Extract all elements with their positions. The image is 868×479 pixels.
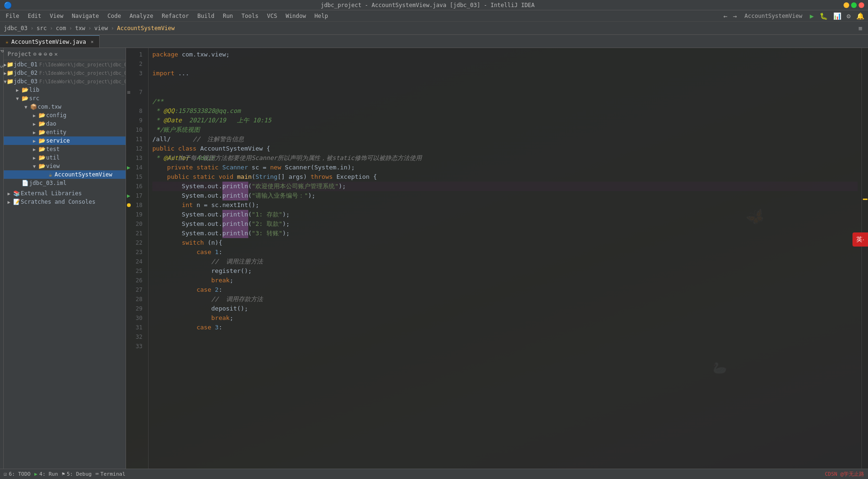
menu-window[interactable]: Window	[282, 12, 309, 20]
locate-icon[interactable]: ⊙	[33, 51, 37, 57]
tree-item-scratches[interactable]: ▶ 📝 Scratches and Consoles	[4, 198, 126, 206]
tree-item-config[interactable]: ▶ 📂 config	[4, 111, 126, 120]
tree-label-dao: dao	[46, 120, 56, 127]
code-line-11: * @Date 2021/10/19 上午 10:15	[152, 116, 858, 125]
tab-accountsystemview[interactable]: ☕ AccountSystemView.java ✕	[0, 35, 100, 48]
line-num-27: 27	[126, 285, 146, 295]
tree-item-comtxw[interactable]: ▼ 📦 com.txw	[4, 103, 126, 111]
back-button[interactable]: ←	[721, 11, 729, 21]
line-num-26: 26	[126, 276, 146, 285]
window-controls	[844, 2, 864, 8]
menu-vcs[interactable]: VCS	[263, 12, 281, 20]
tree-item-view[interactable]: ▼ 📂 view	[4, 162, 126, 170]
module-icon: 📁	[7, 78, 14, 85]
menu-code[interactable]: Code	[104, 12, 125, 20]
tree-item-jdbc03iml[interactable]: 📄 jdbc_03.iml	[4, 179, 126, 187]
line-num-8: 8	[126, 106, 146, 116]
editor-content: 1 2 3 7≡ 8 9 10 11 12 13 ▶14 15 16 ▶17 1…	[126, 48, 868, 469]
top-right-toolbar: ← → AccountSystemView ▶ 🐛 📊 ⚙ 🔔	[721, 11, 866, 21]
tree-item-dao[interactable]: ▶ 📂 dao	[4, 120, 126, 128]
breadcrumb-jdbc03[interactable]: jdbc_03	[4, 25, 28, 32]
notifications-button[interactable]: 🔔	[854, 11, 866, 21]
maximize-button[interactable]	[851, 2, 857, 8]
tree-path-jdbc02: F:\IdeaWork\jdbc_project\jdbc_02	[39, 71, 126, 76]
tree-item-entity[interactable]: ▶ 📂 entity	[4, 128, 126, 136]
tree-item-external-libs[interactable]: ▶ 📚 External Libraries	[4, 189, 126, 198]
settings-icon[interactable]: ⚙	[49, 51, 52, 57]
structure-icon[interactable]: ≡	[857, 24, 864, 33]
menu-file[interactable]: File	[2, 12, 23, 20]
menu-tools[interactable]: Tools	[238, 12, 262, 20]
code-line-20: int n = sc.nextInt();	[152, 200, 858, 210]
run-button[interactable]: ▶	[808, 11, 815, 21]
close-button[interactable]	[859, 2, 864, 8]
status-todo[interactable]: ☑ 6: TODO	[4, 471, 31, 477]
code-content[interactable]: package com.txw.view; import ... /** * 账…	[149, 48, 861, 469]
code-line-27: register();	[152, 266, 858, 276]
tree-label-comtxw: com.txw	[38, 104, 62, 110]
tree-item-service[interactable]: ▶ 📂 service	[4, 136, 126, 145]
menu-run[interactable]: Run	[219, 12, 237, 20]
status-run[interactable]: ▶ 4: Run	[34, 471, 58, 477]
coverage-button[interactable]: 📊	[831, 11, 843, 21]
tree-label-accountsystemview: AccountSystemView	[55, 171, 112, 178]
tree-item-lib[interactable]: ▶ 📂 lib	[4, 86, 126, 94]
menu-analyze[interactable]: Analyze	[126, 12, 157, 20]
tab-close-icon[interactable]: ✕	[91, 39, 94, 44]
window-title: jdbc_project - AccountSystemView.java [j…	[12, 2, 844, 8]
line-num-32: 32	[126, 332, 146, 342]
code-line-16: private static Scanner sc = new Scanner(…	[152, 163, 858, 172]
breadcrumb-accountsystemview[interactable]: AccountSystemView	[117, 25, 175, 32]
menu-refactor[interactable]: Refactor	[158, 12, 193, 20]
menu-view[interactable]: View	[46, 12, 67, 20]
breadcrumb-txw[interactable]: txw	[75, 25, 86, 32]
tree-item-src[interactable]: ▼ 📂 src	[4, 94, 126, 103]
collapse-all-icon[interactable]: ⊖	[44, 51, 47, 57]
main-layout: P S Project ⊙ ⊕ ⊖ ⚙ ✕ ▶ 📁 jdbc_01 F:\Ide…	[0, 48, 868, 469]
tree-item-accountsystemview[interactable]: ☕ AccountSystemView	[4, 170, 126, 179]
debug-button[interactable]: 🐛	[818, 11, 829, 21]
tree-item-test[interactable]: ▶ 📂 test	[4, 145, 126, 153]
close-sidebar-icon[interactable]: ✕	[55, 51, 58, 57]
breadcrumb-src[interactable]: src	[37, 25, 47, 32]
more-button[interactable]: ⚙	[845, 11, 852, 21]
tree-label-entity: entity	[46, 129, 66, 136]
status-debug[interactable]: ⚑ 5: Debug	[62, 471, 92, 477]
editor-area[interactable]: 🦋 🦢 1 2 3 7≡ 8 9 10 11 12 13 ▶14 15 16 ▶…	[126, 48, 868, 469]
expand-all-icon[interactable]: ⊕	[39, 51, 42, 57]
tree-label-jdbc03iml: jdbc_03.iml	[29, 180, 66, 186]
code-line-17: public static void main(String[] args) t…	[152, 172, 858, 182]
tree-label-service: service	[46, 137, 70, 144]
code-line-3: import ...	[152, 69, 858, 78]
line-num-13: 13	[126, 153, 146, 163]
tree-item-jdbc01[interactable]: ▶ 📁 jdbc_01 F:\IdeaWork\jdbc_project\jdb…	[4, 60, 126, 69]
breadcrumb-com[interactable]: com	[56, 25, 66, 32]
line-num-22: 22	[126, 238, 146, 247]
tree-label-jdbc02: jdbc_02	[14, 70, 38, 76]
tree-item-jdbc03[interactable]: ▼ 📁 jdbc_03 F:\IdeaWork\jdbc_project\jdb…	[4, 77, 126, 86]
tree-label-scratches: Scratches and Consoles	[21, 199, 95, 205]
line-num-12: 12	[126, 144, 146, 153]
tree-path-jdbc01: F:\IdeaWork\jdbc_project\jdbc_01	[39, 62, 126, 67]
line-num-4: 7≡	[126, 78, 146, 106]
status-terminal[interactable]: ⌨ Terminal	[95, 471, 126, 477]
menu-build[interactable]: Build	[194, 12, 218, 20]
code-line-12: */	[152, 125, 858, 135]
line-num-18: 18	[126, 200, 146, 210]
tree-item-jdbc02[interactable]: ▶ 📁 jdbc_02 F:\IdeaWork\jdbc_project\jdb…	[4, 69, 126, 77]
menu-navigate[interactable]: Navigate	[68, 12, 103, 20]
tab-label: AccountSystemView.java	[11, 39, 86, 45]
folder-icon: 📂	[38, 154, 46, 161]
lib-icon: 📚	[12, 190, 21, 197]
minimize-button[interactable]	[844, 2, 849, 8]
tree-label-jdbc03: jdbc_03	[14, 78, 38, 85]
line-num-31: 31	[126, 323, 146, 332]
translate-widget[interactable]: 英·	[852, 232, 868, 247]
menu-edit[interactable]: Edit	[24, 12, 45, 20]
line-num-20: 20	[126, 219, 146, 229]
tree-label-test: test	[46, 146, 60, 152]
tree-item-util[interactable]: ▶ 📂 util	[4, 153, 126, 162]
forward-button[interactable]: →	[731, 11, 739, 21]
breadcrumb-view[interactable]: view	[95, 25, 108, 32]
menu-help[interactable]: Help	[311, 12, 332, 20]
